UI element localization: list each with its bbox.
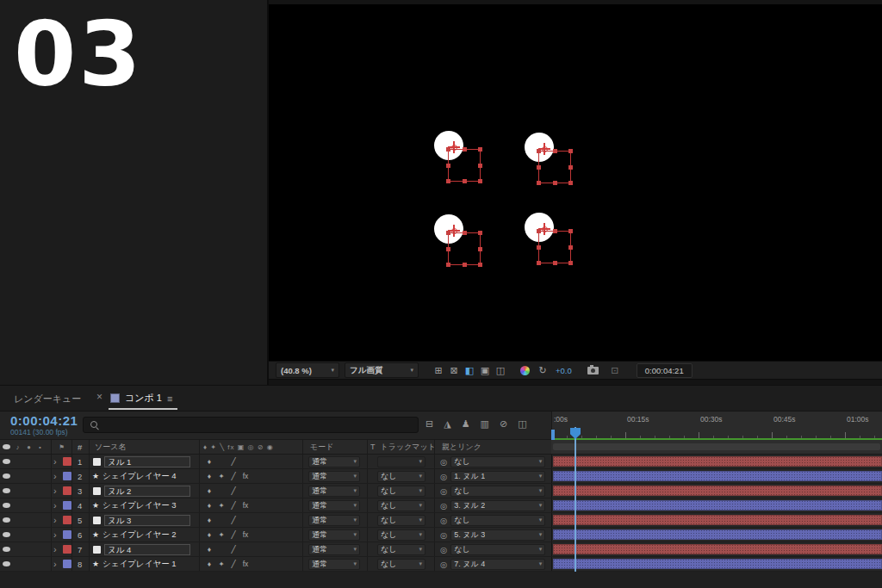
blend-mode-select[interactable]: 通常▾	[308, 471, 360, 482]
layer-switches[interactable]: ♦✦╱fx	[200, 498, 303, 512]
transparency-grid-icon[interactable]: ▣	[477, 365, 493, 376]
track-matte-select[interactable]: ▾	[377, 456, 425, 467]
layer-switch-icon[interactable]: ╱	[227, 472, 239, 480]
layer-visibility-toggle[interactable]	[0, 498, 12, 512]
layer-row-6[interactable]: ›6★シェイプレイヤー 2♦✦╱fx通常▾なし▾◎5. ヌル 3▾	[0, 528, 882, 542]
col-number-header[interactable]: #	[72, 440, 90, 454]
selection-handle[interactable]	[463, 179, 467, 183]
selected-shape-2[interactable]	[525, 133, 576, 186]
layer-solo-toggle[interactable]	[23, 455, 34, 468]
parent-select[interactable]: 1. ヌル 1▾	[450, 471, 545, 482]
selection-handle[interactable]	[446, 231, 450, 235]
layer-source-name[interactable]: ヌル 4	[90, 542, 200, 556]
layer-name[interactable]: シェイプレイヤー 2	[102, 529, 176, 541]
layer-solo-toggle[interactable]	[23, 528, 34, 542]
draft-3d-icon[interactable]: ◮	[444, 418, 450, 430]
layer-duration-bar[interactable]	[553, 500, 882, 511]
graph-editor-icon[interactable]: ◫	[518, 418, 526, 430]
selection-handle[interactable]	[568, 229, 573, 233]
exposure-value[interactable]: +0.0	[556, 366, 572, 375]
layer-color-label[interactable]	[62, 557, 72, 571]
magnification-select[interactable]: (40.8 %)▾	[276, 362, 339, 378]
layer-expander[interactable]: ›	[52, 469, 62, 483]
layer-source-name[interactable]: ★シェイプレイヤー 2	[90, 528, 200, 542]
layer-lock-toggle[interactable]	[34, 469, 46, 483]
selection-handle[interactable]	[537, 165, 541, 170]
col-label-header[interactable]: ⚑	[52, 440, 72, 454]
layer-visibility-toggle[interactable]	[0, 469, 12, 483]
selection-handle[interactable]	[568, 261, 573, 265]
time-ruler[interactable]: :00s00:15s00:30s00:45s01:00s	[551, 412, 882, 439]
layer-switch-icon[interactable]: ╱	[227, 457, 239, 466]
layer-lock-toggle[interactable]	[34, 498, 46, 512]
pickwhip-icon[interactable]: ◎	[440, 472, 447, 481]
layer-visibility-toggle[interactable]	[0, 557, 12, 571]
layer-name[interactable]: シェイプレイヤー 4	[102, 471, 176, 482]
layer-switch-icon[interactable]: ♦	[203, 545, 215, 554]
layer-audio-toggle[interactable]	[12, 469, 23, 483]
selection-handle[interactable]	[537, 229, 541, 233]
layer-row-5[interactable]: ›5ヌル 3♦╱通常▾なし▾◎なし▾	[0, 513, 882, 528]
layer-expander[interactable]: ›	[52, 528, 62, 542]
layer-switches[interactable]: ♦✦╱fx	[200, 469, 303, 483]
layer-switch-icon[interactable]: fx	[239, 472, 252, 480]
panel-menu-icon[interactable]: ≡	[167, 393, 172, 404]
pickwhip-icon[interactable]: ◎	[440, 501, 447, 511]
layer-source-name[interactable]: ★シェイプレイヤー 1	[90, 557, 200, 571]
track-matte-select[interactable]: なし▾	[377, 529, 425, 541]
col-visibility-header[interactable]	[0, 440, 12, 454]
timeline-track[interactable]	[551, 469, 882, 483]
layer-audio-toggle[interactable]	[12, 513, 23, 527]
selected-shape-1[interactable]	[434, 131, 486, 184]
parent-select[interactable]: なし▾	[450, 544, 545, 555]
layer-duration-bar[interactable]	[553, 456, 882, 467]
layer-row-2[interactable]: ›2★シェイプレイヤー 4♦✦╱fx通常▾なし▾◎1. ヌル 1▾	[0, 469, 882, 484]
selected-shape-4[interactable]	[525, 213, 576, 266]
layer-switch-icon[interactable]: ✦	[215, 560, 227, 568]
pickwhip-icon[interactable]: ◎	[440, 516, 447, 525]
selection-handle[interactable]	[553, 181, 557, 185]
selection-handle[interactable]	[537, 149, 541, 153]
selection-handle[interactable]	[537, 261, 541, 265]
layer-switches[interactable]: ♦╱	[200, 484, 303, 498]
selection-handle[interactable]	[478, 164, 482, 168]
layer-duration-bar[interactable]	[553, 529, 882, 540]
layer-expander[interactable]: ›	[52, 498, 62, 512]
layer-switches[interactable]: ♦✦╱fx	[200, 557, 303, 571]
track-matte-select[interactable]: なし▾	[377, 500, 425, 511]
layer-lock-toggle[interactable]	[34, 542, 46, 556]
grid-guide-options-icon[interactable]: ⊞	[431, 365, 446, 376]
current-time-display[interactable]: 0:00:04:21	[10, 413, 78, 428]
layer-lock-toggle[interactable]	[34, 557, 46, 571]
layer-source-name[interactable]: ★シェイプレイヤー 4	[90, 469, 200, 483]
layer-visibility-toggle[interactable]	[0, 542, 12, 556]
preview-timecode[interactable]: 0:00:04:21	[637, 363, 693, 378]
layer-audio-toggle[interactable]	[12, 542, 23, 556]
col-parent-header[interactable]: 親とリンク	[435, 440, 551, 454]
timeline-track[interactable]	[551, 498, 882, 512]
layer-audio-toggle[interactable]	[12, 557, 23, 571]
search-input[interactable]	[104, 419, 418, 430]
selection-handle[interactable]	[446, 164, 450, 168]
layer-solo-toggle[interactable]	[23, 513, 34, 527]
track-matte-select[interactable]: なし▾	[377, 515, 425, 526]
layer-duration-bar[interactable]	[553, 471, 882, 481]
work-area-bar[interactable]	[553, 443, 880, 450]
layer-solo-toggle[interactable]	[23, 557, 34, 571]
blend-mode-select[interactable]: 通常▾	[308, 456, 360, 467]
layer-switches[interactable]: ♦╱	[200, 542, 303, 556]
motion-blur-icon[interactable]: ⊘	[500, 418, 507, 430]
track-matte-select[interactable]: なし▾	[377, 471, 425, 482]
selected-shape-3[interactable]	[434, 214, 486, 268]
col-track-matte-header[interactable]: Tトラックマット	[368, 440, 435, 454]
layer-name[interactable]: ヌル 4	[104, 544, 190, 555]
track-matte-select[interactable]: なし▾	[377, 559, 425, 570]
layer-name[interactable]: シェイプレイヤー 3	[102, 500, 176, 511]
pickwhip-icon[interactable]: ◎	[440, 545, 447, 554]
layer-solo-toggle[interactable]	[23, 498, 34, 512]
timeline-track[interactable]	[551, 542, 882, 556]
layer-row-8[interactable]: ›8★シェイプレイヤー 1♦✦╱fx通常▾なし▾◎7. ヌル 4▾	[0, 557, 882, 572]
selection-handle[interactable]	[478, 231, 482, 235]
selection-handle[interactable]	[478, 147, 482, 152]
resolution-select[interactable]: フル画質▾	[345, 362, 419, 378]
